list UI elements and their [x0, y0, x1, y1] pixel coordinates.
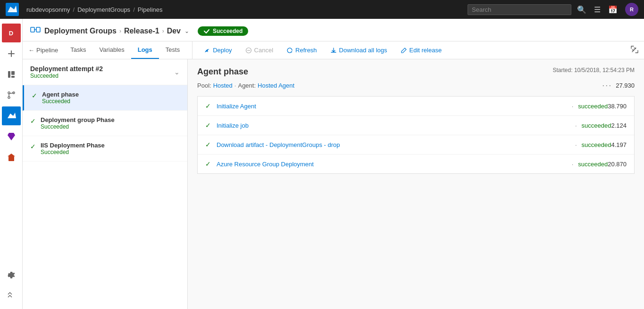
phase-status-agent: Succeeded — [42, 98, 79, 105]
status-text: Succeeded — [213, 28, 243, 34]
page-breadcrumb-nav: Deployment Groups › Release-1 › Dev ⌄ — [44, 27, 190, 35]
svg-rect-3 — [11, 76, 15, 78]
pool-name-link[interactable]: Hosted — [213, 82, 233, 89]
svg-point-5 — [8, 97, 10, 98]
tab-variables[interactable]: Variables — [93, 41, 131, 59]
sidebar-icon-settings[interactable] — [2, 266, 21, 285]
phase-detail-title: Agent phase — [197, 67, 248, 77]
expand-button[interactable] — [625, 42, 644, 58]
svg-rect-2 — [11, 71, 15, 75]
menu-icon[interactable]: ☰ — [594, 5, 601, 14]
download-logs-button[interactable]: Download all logs — [325, 44, 393, 57]
task-dot-2: · — [575, 141, 577, 148]
status-badge: Succeeded — [198, 26, 248, 36]
phase-duration: 27.930 — [616, 82, 635, 89]
phase-item-iis[interactable]: ✓ IIS Deployment Phase Succeeded — [23, 136, 187, 162]
tab-bar-left: ← Pipeline Tasks Variables Logs Tests — [23, 41, 192, 59]
edit-icon — [401, 47, 407, 54]
task-dot-1: · — [575, 122, 577, 129]
agent-name-link[interactable]: Hosted Agent — [258, 82, 294, 89]
cancel-icon — [245, 47, 252, 54]
deploy-button[interactable]: Deploy — [198, 44, 237, 57]
phase-item-agent[interactable]: ✓ Agent phase Succeeded — [23, 85, 187, 111]
search-input[interactable] — [472, 6, 567, 13]
attempt-status: Succeeded — [30, 73, 103, 79]
refresh-icon — [286, 47, 293, 54]
task-duration-1: 2.124 — [611, 122, 627, 129]
phase-name-iis: IIS Deployment Phase — [41, 142, 105, 149]
agent-label: Agent: — [238, 82, 256, 89]
breadcrumb-org[interactable]: rubdevopsonmy — [26, 6, 70, 13]
refresh-button[interactable]: Refresh — [281, 44, 323, 57]
cancel-button[interactable]: Cancel — [240, 44, 279, 57]
task-list: ✓ Initialize Agent · succeeded 38.790 ✓ … — [197, 96, 635, 174]
phase-check-icon-agent: ✓ — [32, 92, 37, 99]
task-check-icon-1: ✓ — [205, 122, 211, 129]
phase-title-section: Agent phase — [197, 67, 248, 77]
task-duration-3: 20.870 — [608, 161, 627, 168]
breadcrumb-release[interactable]: Release-1 — [124, 27, 159, 35]
top-nav-icons: 🔍 ☰ 📅 R — [577, 3, 638, 16]
breadcrumb-chevron-1: › — [119, 28, 121, 34]
sidebar-icon-test-plans[interactable] — [2, 127, 21, 146]
task-row[interactable]: ✓ Initialize job · succeeded 2.124 — [198, 116, 634, 135]
main-wrapper: D — [0, 19, 644, 309]
task-status-0: succeeded — [578, 103, 608, 110]
task-check-icon-0: ✓ — [205, 102, 211, 110]
sidebar-icon-artifacts[interactable] — [2, 148, 21, 167]
phase-check-icon-iis: ✓ — [30, 143, 36, 150]
tab-tasks[interactable]: Tasks — [64, 41, 92, 59]
attempt-info: Deployment attempt #2 Succeeded — [30, 65, 103, 79]
phase-detail-header: Agent phase Started: 10/5/2018, 12:54:23… — [197, 67, 635, 77]
phase-name-dg: Deployment group Phase — [41, 116, 115, 123]
bag-icon[interactable]: 📅 — [608, 5, 618, 14]
sidebar-icon-add[interactable] — [2, 44, 21, 63]
breadcrumb-chevron-2: › — [162, 28, 164, 34]
phase-pool-row: Pool: Hosted · Agent: Hosted Agent ··· 2… — [197, 81, 635, 90]
sidebar-icon-boards[interactable] — [2, 65, 21, 84]
phase-info-iis: IIS Deployment Phase Succeeded — [41, 142, 105, 155]
breadcrumb-deployment-groups-page[interactable]: Deployment Groups — [44, 27, 117, 35]
search-icon[interactable]: 🔍 — [577, 5, 586, 14]
task-check-icon-3: ✓ — [205, 160, 211, 168]
sidebar-bottom — [2, 265, 21, 305]
dev-dropdown-button[interactable]: ⌄ — [184, 27, 190, 35]
task-dot-3: · — [572, 161, 574, 168]
phase-item-deployment-group[interactable]: ✓ Deployment group Phase Succeeded — [23, 111, 187, 136]
sidebar-icon-repos[interactable] — [2, 86, 21, 105]
phase-info-dg: Deployment group Phase Succeeded — [41, 116, 115, 130]
back-arrow-icon: ← — [28, 47, 34, 54]
page-header: Deployment Groups › Release-1 › Dev ⌄ Su… — [23, 19, 644, 41]
tab-tests[interactable]: Tests — [159, 41, 186, 59]
phase-info-agent: Agent phase Succeeded — [42, 91, 79, 105]
task-row[interactable]: ✓ Initialize Agent · succeeded 38.790 — [198, 97, 634, 116]
sidebar-icon-expand[interactable] — [2, 285, 21, 304]
task-status-2: succeeded — [582, 141, 611, 148]
sidebar-icon-pipelines[interactable] — [2, 106, 21, 125]
content-area: Deployment Groups › Release-1 › Dev ⌄ Su… — [23, 19, 644, 309]
top-search-area: 🔍 ☰ 📅 R — [468, 3, 638, 16]
top-breadcrumb: rubdevopsonmy / DeploymentGroups / Pipel… — [26, 6, 163, 13]
tab-logs[interactable]: Logs — [131, 41, 159, 59]
task-status-1: succeeded — [582, 122, 611, 129]
task-row[interactable]: ✓ Download artifact - DeploymentGroups -… — [198, 135, 634, 154]
task-status-3: succeeded — [578, 161, 608, 168]
user-avatar[interactable]: R — [625, 3, 638, 16]
task-name-0: Initialize Agent — [217, 103, 570, 110]
breadcrumb-dev[interactable]: Dev — [167, 27, 181, 35]
sidebar-icon-home[interactable]: D — [2, 24, 21, 42]
breadcrumb-sep-2: / — [133, 6, 135, 13]
breadcrumb-pipelines[interactable]: Pipelines — [138, 6, 163, 13]
pipeline-tab-label: Pipeline — [36, 47, 58, 54]
task-row[interactable]: ✓ Azure Resource Group Deployment · succ… — [198, 154, 634, 173]
task-name-2: Download artifact - DeploymentGroups - d… — [217, 141, 573, 148]
breadcrumb-sep-1: / — [73, 6, 75, 13]
edit-release-button[interactable]: Edit release — [395, 44, 448, 57]
breadcrumb-deployment-groups[interactable]: DeploymentGroups — [77, 6, 130, 13]
attempt-chevron-icon[interactable]: ⌄ — [174, 68, 180, 76]
phase-started-text: Started: 10/5/2018, 12:54:23 PM — [553, 67, 635, 73]
deploy-icon — [204, 47, 210, 54]
azure-devops-logo[interactable] — [6, 3, 19, 16]
pipeline-back-button[interactable]: ← Pipeline — [23, 42, 64, 58]
more-options-icon[interactable]: ··· — [602, 81, 612, 90]
